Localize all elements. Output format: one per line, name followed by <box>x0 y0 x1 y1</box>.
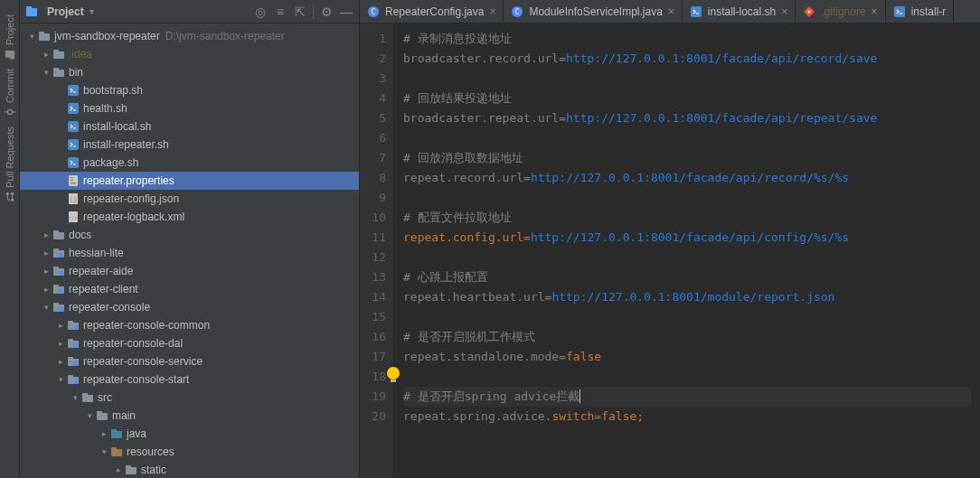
code-line[interactable]: # 配置文件拉取地址 <box>403 208 971 228</box>
tree-row[interactable]: ▾repeater-console-start <box>20 370 359 389</box>
code-line[interactable]: # 回放消息取数据地址 <box>403 148 971 168</box>
tree-row[interactable]: ▸repeater-client <box>20 280 359 298</box>
rail-button-pull-requests[interactable]: Pull Requests <box>5 127 15 202</box>
code-line[interactable]: # 录制消息投递地址 <box>403 29 971 49</box>
chevron-right-icon[interactable]: ▸ <box>40 285 52 294</box>
close-icon[interactable]: × <box>668 5 674 18</box>
code-line[interactable]: broadcaster.repeat.url=http://127.0.0.1:… <box>403 108 971 128</box>
tree-label: repeater-console-dal <box>83 337 183 350</box>
tree-row[interactable]: repeater.properties <box>20 172 359 190</box>
chevron-down-icon[interactable]: ▾ <box>40 68 52 77</box>
tree-row[interactable]: ▸docs <box>20 226 359 244</box>
tree-row[interactable]: {}repeater-config.json <box>20 190 359 208</box>
code-line[interactable] <box>403 307 971 327</box>
chevron-right-icon[interactable]: ▸ <box>40 230 52 239</box>
chevron-down-icon[interactable]: ▾ <box>40 303 52 312</box>
line-number: 11 <box>363 228 386 248</box>
chevron-right-icon[interactable]: ▸ <box>112 465 125 474</box>
rail-button-project[interactable]: Project <box>5 14 15 60</box>
svg-rect-27 <box>68 157 79 168</box>
tree-row[interactable]: ▸.idea <box>20 45 359 63</box>
editor-tab[interactable]: CModuleInfoServiceImpl.java× <box>504 0 682 23</box>
chevron-right-icon[interactable]: ▸ <box>98 429 110 438</box>
code-line[interactable] <box>403 128 971 148</box>
code-line[interactable] <box>403 69 971 89</box>
code-line[interactable]: # 心跳上报配置 <box>403 267 971 287</box>
tree-row[interactable]: ▾bin <box>20 63 359 81</box>
chevron-down-icon[interactable]: ▾ <box>83 411 96 420</box>
chevron-right-icon[interactable]: ▸ <box>54 357 67 366</box>
code-line[interactable]: # 是否开启脱机工作模式 <box>403 327 971 347</box>
tree-row[interactable]: ▾repeater-console <box>20 298 359 316</box>
tree-row[interactable]: ▸repeater-console-dal <box>20 334 359 352</box>
chevron-down-icon[interactable]: ▾ <box>90 6 94 16</box>
code-line[interactable]: repeat.standalone.mode=false <box>403 347 971 367</box>
code-line[interactable]: repeat.config.url=http://127.0.0.1:8001/… <box>403 228 971 248</box>
chevron-right-icon[interactable]: ▸ <box>40 248 52 258</box>
close-icon[interactable]: × <box>489 5 495 18</box>
collapse-all-icon[interactable]: ⇱ <box>293 5 307 19</box>
chevron-right-icon[interactable]: ▸ <box>40 267 52 276</box>
tree-row[interactable]: ▸repeater-aide <box>20 262 359 280</box>
settings-icon[interactable]: ⚙ <box>319 5 334 19</box>
svg-rect-25 <box>68 121 79 132</box>
svg-rect-37 <box>53 230 59 233</box>
editor-code[interactable]: # 录制消息投递地址broadcaster.record.url=http://… <box>394 23 980 478</box>
editor-tab[interactable]: .gitignore× <box>796 0 885 23</box>
tree-row[interactable]: bootstrap.sh <box>20 81 359 99</box>
tree-row[interactable]: ▸hessian-lite <box>20 244 359 262</box>
tree-row[interactable]: </>repeater-logback.xml <box>20 208 359 226</box>
tree-row[interactable]: ▾src <box>20 389 359 407</box>
code-line[interactable]: # 回放结果投递地址 <box>403 89 971 108</box>
code-token: false <box>566 350 601 363</box>
tree-row[interactable]: health.sh <box>20 99 359 117</box>
tree-row[interactable]: ▸repeater-console-service <box>20 352 359 370</box>
java-icon: C <box>511 5 523 18</box>
code-token: http://127.0.0.1:8001/facade/api/config/… <box>531 230 849 244</box>
editor-tab[interactable]: install-local.sh× <box>683 0 796 23</box>
editor-tab[interactable]: install-r <box>886 0 955 23</box>
close-icon[interactable]: × <box>872 5 878 18</box>
code-line[interactable]: # 是否开启spring advice拦截 <box>403 387 971 407</box>
code-line[interactable]: repeat.record.url=http://127.0.0.1:8001/… <box>403 168 971 188</box>
chevron-down-icon[interactable]: ▾ <box>69 393 81 402</box>
tree-row[interactable]: ▾jvm-sandbox-repeaterD:\jvm-sandbox-repe… <box>20 27 359 45</box>
rail-button-commit[interactable]: Commit <box>5 69 15 117</box>
code-editor[interactable]: 1234567891011121314151617181920 # 录制消息投递… <box>360 23 980 478</box>
lightbulb-icon[interactable] <box>387 367 400 380</box>
code-line[interactable]: broadcaster.record.url=http://127.0.0.1:… <box>403 49 971 69</box>
chevron-right-icon[interactable]: ▸ <box>40 50 52 59</box>
editor-tab[interactable]: CRepeaterConfig.java× <box>360 0 504 23</box>
code-line[interactable] <box>403 188 971 208</box>
project-tree[interactable]: ▾jvm-sandbox-repeaterD:\jvm-sandbox-repe… <box>20 23 360 478</box>
rail-label-text: Commit <box>5 69 15 103</box>
chevron-right-icon[interactable]: ▸ <box>54 321 67 330</box>
code-line[interactable] <box>403 248 971 267</box>
target-icon[interactable]: ◎ <box>253 5 268 19</box>
chevron-down-icon[interactable]: ▾ <box>98 447 110 456</box>
resource-folder-icon <box>110 445 123 458</box>
project-tool-label[interactable]: Project <box>47 5 84 18</box>
code-line[interactable]: repeat.heartbeat.url=http://127.0.0.1:80… <box>403 287 971 307</box>
svg-rect-49 <box>59 307 63 312</box>
hide-icon[interactable]: — <box>339 5 353 19</box>
chevron-right-icon[interactable]: ▸ <box>54 339 67 348</box>
tree-row[interactable]: package.sh <box>20 154 359 172</box>
close-icon[interactable]: × <box>781 5 787 18</box>
code-token: broadcaster.record.url= <box>403 52 566 65</box>
svg-point-15 <box>808 10 811 13</box>
tree-row[interactable]: install-repeater.sh <box>20 136 359 154</box>
tree-label: main <box>112 409 136 422</box>
tree-row[interactable]: ▸java <box>20 425 359 443</box>
tree-row[interactable]: ▾main <box>20 407 359 425</box>
tree-row[interactable]: ▾resources <box>20 443 359 461</box>
tree-row[interactable]: install-local.sh <box>20 117 359 136</box>
tree-row[interactable]: ▸static <box>20 461 359 478</box>
tree-row[interactable]: ▸repeater-console-common <box>20 316 359 334</box>
chevron-down-icon[interactable]: ▾ <box>25 32 38 41</box>
code-line[interactable] <box>403 367 971 387</box>
tab-label: RepeaterConfig.java <box>385 5 484 18</box>
chevron-down-icon[interactable]: ▾ <box>54 375 67 384</box>
expand-all-icon[interactable]: ≡ <box>273 5 287 19</box>
code-line[interactable]: repeat.spring.advice.switch=false; <box>403 407 971 426</box>
